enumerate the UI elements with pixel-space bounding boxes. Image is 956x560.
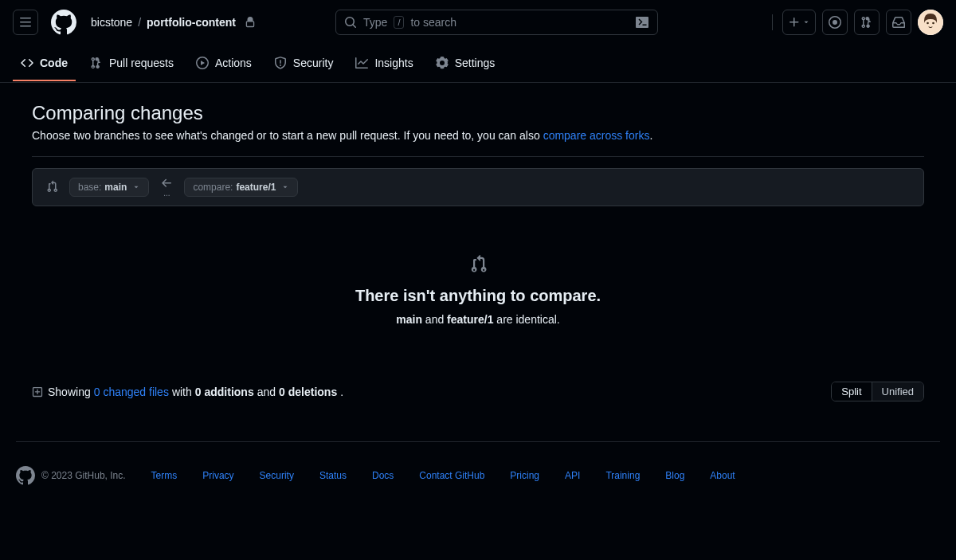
empty-branch2: feature/1 [447,313,493,326]
tab-actions[interactable]: Actions [188,46,260,81]
footer-link-docs[interactable]: Docs [372,470,394,481]
gear-icon [436,57,449,69]
footer-link-about[interactable]: About [710,470,735,481]
diff-and: and [257,386,276,398]
caret-down-icon [132,183,140,191]
issues-button[interactable] [822,10,848,35]
footer-link-api[interactable]: API [565,470,580,481]
unified-view-button[interactable]: Unified [872,382,923,401]
tab-pull-requests[interactable]: Pull requests [82,46,182,81]
base-branch-button[interactable]: base: main [69,178,149,197]
svg-point-2 [932,22,934,25]
avatar[interactable] [918,10,943,35]
empty-message: main and feature/1 are identical. [32,313,924,326]
diff-view-toggle: Split Unified [831,382,924,401]
tab-insights-label: Insights [374,57,413,69]
breadcrumb-repo[interactable]: portfolio-content [147,16,236,29]
empty-state: There isn't anything to compare. main an… [32,254,924,326]
diff-deletions: 0 deletions [279,386,337,398]
lock-icon [241,16,256,29]
breadcrumb-separator: / [138,16,141,29]
search-prefix-text: Type [363,16,387,29]
footer-link-terms[interactable]: Terms [151,470,178,481]
diff-summary-text: Showing 0 changed files with 0 additions… [32,386,343,398]
tab-settings[interactable]: Settings [428,46,503,81]
top-header: bicstone / portfolio-content Type / to s… [0,0,956,45]
caret-down-icon [281,183,289,191]
footer: © 2023 GitHub, Inc. Terms Privacy Securi… [0,442,956,509]
svg-point-1 [927,22,929,25]
footer-link-contact[interactable]: Contact GitHub [419,470,484,481]
tab-actions-label: Actions [215,57,252,69]
inbox-button[interactable] [886,10,911,35]
git-compare-icon [45,180,58,195]
code-icon [21,57,33,69]
search-input[interactable]: Type / to search [335,10,658,35]
base-value: main [104,182,127,193]
footer-copyright-text: © 2023 GitHub, Inc. [41,470,126,481]
divider [772,14,773,30]
breadcrumb-owner[interactable]: bicstone [91,16,132,29]
split-view-button[interactable]: Split [832,382,872,401]
diff-additions: 0 additions [195,386,254,398]
arrow-left-icon: ... [160,177,173,198]
tab-pulls-label: Pull requests [109,57,174,69]
footer-copyright: © 2023 GitHub, Inc. [16,466,126,485]
search-icon [344,16,357,29]
tab-security-label: Security [293,57,334,69]
repo-nav: Code Pull requests Actions Security Insi… [0,45,956,83]
empty-branch1: main [396,313,422,326]
diff-with: with [172,386,192,398]
tab-code-label: Code [40,57,68,69]
plus-icon [788,16,801,29]
git-compare-large-icon [32,254,924,276]
compare-across-forks-link[interactable]: compare across forks [543,129,650,142]
diff-summary-row: Showing 0 changed files with 0 additions… [32,382,924,401]
footer-link-security[interactable]: Security [260,470,294,481]
desc-suffix: . [649,129,652,142]
branch-selector-row: base: main ... compare: feature/1 [32,168,924,206]
empty-heading: There isn't anything to compare. [32,287,924,305]
breadcrumb: bicstone / portfolio-content [91,16,256,29]
footer-link-blog[interactable]: Blog [665,470,684,481]
svg-point-0 [918,10,943,35]
search-key-hint: / [394,16,404,29]
divider-line [32,156,924,157]
git-pull-request-icon [90,57,103,69]
footer-link-status[interactable]: Status [319,470,347,481]
empty-end: are identical. [493,313,559,326]
tab-settings-label: Settings [455,57,496,69]
footer-link-pricing[interactable]: Pricing [510,470,539,481]
command-palette-icon[interactable] [635,16,649,29]
base-label: base: [78,182,101,193]
play-icon [196,57,209,69]
github-logo[interactable] [51,10,76,35]
github-logo-footer [16,466,35,485]
page-description: Choose two branches to see what's change… [32,129,924,142]
empty-mid: and [422,313,447,326]
compare-value: feature/1 [236,182,276,193]
create-new-button[interactable] [782,10,816,35]
tab-insights[interactable]: Insights [347,46,421,81]
footer-link-privacy[interactable]: Privacy [202,470,233,481]
compare-label: compare: [193,182,233,193]
menu-button[interactable] [13,10,38,35]
diff-dot: . [340,386,343,398]
search-suffix-text: to search [410,16,456,29]
diff-showing: Showing [48,386,91,398]
graph-icon [355,57,368,69]
page-title: Comparing changes [32,102,924,124]
desc-prefix: Choose two branches to see what's change… [32,129,543,142]
tab-security[interactable]: Security [266,46,342,81]
changed-files-link[interactable]: 0 changed files [94,386,169,398]
caret-down-icon [802,18,810,26]
pull-requests-button[interactable] [854,10,880,35]
main-container: Comparing changes Choose two branches to… [16,83,940,401]
tab-code[interactable]: Code [13,46,76,81]
file-diff-icon [32,386,43,397]
shield-icon [274,57,287,69]
compare-branch-button[interactable]: compare: feature/1 [184,178,298,197]
footer-link-training[interactable]: Training [605,470,640,481]
header-right [769,10,943,35]
